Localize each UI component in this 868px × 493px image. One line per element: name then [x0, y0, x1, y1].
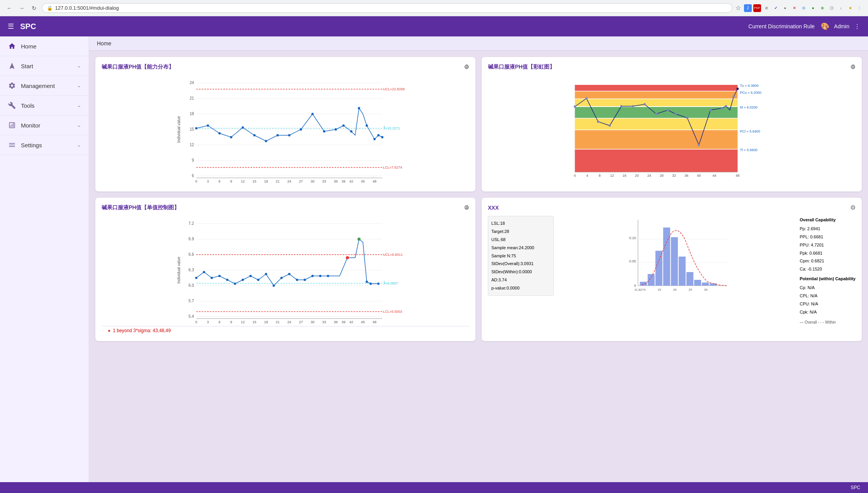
svg-text:44: 44 [712, 174, 716, 178]
svg-point-80 [609, 124, 611, 127]
chart2-svg: Tu = 6.3800 PCu = 6.2000 M = 6.0200 PCl … [488, 75, 856, 184]
svg-point-88 [698, 144, 700, 146]
svg-text:9: 9 [230, 320, 232, 324]
sidebar-item-monitor[interactable]: Monitor ⌄ [0, 115, 89, 135]
ext-5[interactable]: ● [781, 4, 789, 12]
ext-13[interactable]: ⋮ [856, 4, 863, 12]
chart1-download-button[interactable]: ⇩ [465, 64, 469, 70]
hamburger-button[interactable]: ☰ [8, 22, 14, 31]
svg-text:15: 15 [189, 127, 194, 131]
svg-point-85 [667, 109, 669, 111]
svg-text:42: 42 [349, 179, 353, 183]
chart1-container: ⇩ Individual value 24 21 [102, 75, 469, 185]
ext-8[interactable]: ● [809, 4, 817, 12]
ext-12[interactable]: ★ [846, 4, 854, 12]
svg-text:Individual value: Individual value [177, 116, 181, 143]
chart4-title: XXX [488, 205, 499, 211]
svg-point-34 [343, 124, 345, 127]
svg-point-81 [620, 105, 623, 107]
chart3-title: 碱果口服液PH值【单值控制图】 [102, 204, 179, 211]
svg-point-26 [253, 134, 256, 136]
svg-text:48: 48 [735, 174, 739, 178]
sidebar-item-home[interactable]: Home [0, 36, 89, 56]
svg-text:11.8274: 11.8274 [634, 288, 646, 291]
sidebar-item-tools[interactable]: Tools ⌄ [0, 96, 89, 115]
chart3-download-button[interactable]: ⇩ [465, 204, 469, 210]
svg-text:18: 18 [189, 112, 194, 116]
sidebar-item-management[interactable]: Management ⌄ [0, 76, 89, 96]
svg-text:40: 40 [697, 174, 701, 178]
overall-cap-header: Overall Capability [800, 216, 856, 224]
ext-4[interactable]: ✓ [772, 4, 780, 12]
breadcrumb: Home [89, 36, 868, 51]
tools-icon [8, 101, 16, 110]
ext-2[interactable]: PDF [753, 4, 761, 12]
svg-text:45: 45 [361, 179, 365, 183]
chart4-content: LSL:18 Target:28 USL:68 Sample mean:24.2… [488, 216, 856, 326]
svg-point-135 [242, 279, 244, 281]
svg-text:25: 25 [689, 288, 692, 291]
ext-11[interactable]: ↓ [837, 4, 845, 12]
sidebar-label-start: Start [21, 63, 72, 69]
sidebar: Home Start ⌄ Management ⌄ Tools ⌄ [0, 36, 89, 482]
svg-point-139 [273, 284, 275, 287]
svg-text:0: 0 [574, 174, 576, 178]
sidebar-label-home: Home [21, 43, 81, 50]
overall-cpl: CPL: N/A [800, 292, 856, 300]
chart-rainbow: 碱果口服液PH值【彩虹图】 ⚙ ⇩ [482, 57, 862, 191]
svg-rect-61 [575, 118, 738, 130]
refresh-button[interactable]: ↻ [29, 3, 39, 13]
svg-text:42: 42 [349, 320, 353, 324]
star-icon[interactable]: ☆ [735, 4, 741, 12]
stat-target: Target:28 [491, 228, 550, 236]
svg-text:6.3: 6.3 [189, 268, 194, 272]
ext-6[interactable]: ✕ [790, 4, 798, 12]
ext-10[interactable]: ⬡ [828, 4, 835, 12]
sidebar-item-settings[interactable]: Settings ⌄ [0, 135, 89, 155]
ext-7[interactable]: ⊙ [800, 4, 808, 12]
sidebar-label-management: Management [21, 83, 72, 89]
ext-3[interactable]: ⊘ [763, 4, 770, 12]
svg-text:Tl = 5.6600: Tl = 5.6600 [740, 148, 758, 152]
back-button[interactable]: ← [5, 3, 14, 13]
svg-text:18: 18 [264, 179, 268, 183]
chart3-alert: ● 1 beyond 3*sigma: 43,48,49 [102, 326, 469, 335]
svg-text:32: 32 [672, 174, 676, 178]
chart2-download-button[interactable]: ⇩ [851, 64, 856, 70]
more-options-icon[interactable]: ⋮ [854, 23, 860, 30]
svg-text:21: 21 [276, 320, 279, 324]
palette-icon[interactable]: 🎨 [821, 22, 829, 31]
overall-ppk: Ppk: 0.6681 [800, 249, 856, 257]
ext-1[interactable]: 2 [744, 4, 752, 12]
stat-sample-n: Sample N:75 [491, 252, 550, 260]
url-bar[interactable]: 🔒 127.0.0.1:5001/#mdui-dialog [42, 3, 732, 13]
overall-pp: Pp: 2.6941 [800, 225, 856, 233]
svg-point-147 [346, 256, 349, 259]
svg-text:48: 48 [372, 320, 376, 324]
svg-point-138 [265, 273, 267, 275]
overall-ca: Ca: -0.1520 [800, 265, 856, 273]
svg-text:48: 48 [372, 179, 376, 183]
svg-text:24: 24 [189, 81, 194, 85]
chart4-gear-button[interactable]: ⚙ [850, 204, 856, 211]
ext-9[interactable]: ⊕ [818, 4, 826, 12]
monitor-chevron-icon: ⌄ [77, 122, 81, 128]
overall-cpk: Cpk: N/A [800, 308, 856, 316]
svg-point-28 [277, 134, 279, 136]
svg-rect-184 [694, 280, 701, 286]
svg-point-134 [234, 283, 236, 285]
svg-text:21: 21 [276, 179, 279, 183]
svg-text:8: 8 [599, 174, 601, 178]
overall-cpu: CPU: N/A [800, 300, 856, 308]
svg-text:LCL=7.6274: LCL=7.6274 [383, 165, 402, 169]
svg-rect-60 [575, 130, 738, 149]
app-title: SPC [20, 22, 36, 31]
sidebar-item-start[interactable]: Start ⌄ [0, 56, 89, 76]
svg-point-84 [655, 113, 658, 115]
svg-text:21: 21 [189, 96, 194, 100]
forward-button[interactable]: → [17, 3, 26, 13]
svg-text:39: 39 [341, 179, 345, 183]
start-chevron-icon: ⌄ [77, 63, 81, 69]
svg-rect-177 [640, 282, 647, 286]
svg-point-131 [211, 277, 213, 279]
